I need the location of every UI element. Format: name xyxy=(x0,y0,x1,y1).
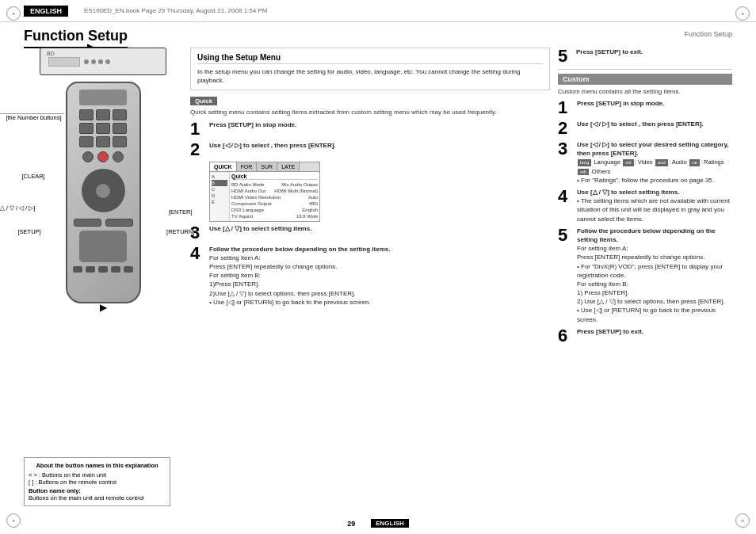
quick-step1: 1 Press [SETUP] in stop mode. xyxy=(190,120,550,138)
file-info: ES160ED_EN.book Page 29 Thursday, August… xyxy=(84,7,732,14)
remote-body xyxy=(66,82,141,303)
screenshot-main: Quick BD Audio ModeMix Audio Output HDMI… xyxy=(230,172,319,221)
middle-panel: Using the Setup Menu In the setup menu y… xyxy=(190,48,550,506)
quick-step5-content: Press [SETUP] to exit. xyxy=(576,48,732,56)
others-badge: oth xyxy=(578,169,589,175)
quick-description: Quick setting menu contains setting item… xyxy=(190,108,550,116)
screenshot-main-title: Quick xyxy=(231,174,318,180)
clear-button-row xyxy=(67,151,139,162)
page-title-right: Function Setup xyxy=(684,30,732,38)
info-box: About the button names in this explanati… xyxy=(24,457,170,506)
quick-step1-content: Press [SETUP] in stop mode. xyxy=(209,120,550,129)
custom-section: Custom Custom menu contains all the sett… xyxy=(558,74,732,348)
remote-dpad-center xyxy=(96,184,110,198)
screenshot-content: A B C D E Quick BD Audio ModeMix Audio O… xyxy=(210,172,319,221)
info-box-line2: [ ] : Buttons on the remote control xyxy=(29,479,166,486)
quick-badge: Quick xyxy=(190,97,217,105)
audio-badge: aud xyxy=(655,159,668,166)
screenshot-tabs: QUICK FOR SUR LATE xyxy=(210,162,319,172)
sidebar-item-a: A xyxy=(212,174,227,180)
left-panel: ▶ BD [the Number buttons] [CLEAR] [△ / ▽… xyxy=(24,48,182,506)
custom-step6: 6 Press [SETUP] to exit. xyxy=(558,327,732,345)
quick-section: Quick Quick setting menu contains settin… xyxy=(190,97,550,310)
english-bottom-badge: ENGLISH xyxy=(371,519,409,528)
setup-menu-box: Using the Setup Menu In the setup menu y… xyxy=(190,48,550,90)
remote-misc-buttons xyxy=(67,219,139,227)
sidebar-item-c: C xyxy=(212,186,227,193)
custom-step4-content: Use [△ / ▽] to select setting items. • T… xyxy=(577,188,732,223)
right-panel: 5 Press [SETUP] to exit. Custom Custom m… xyxy=(558,48,732,506)
quick-step4-num: 4 xyxy=(190,245,204,262)
video-badge: vid xyxy=(623,159,634,166)
category-row: lang Language vid: Video aud: Audio rat:… xyxy=(577,158,732,166)
quick-step5: 5 Press [SETUP] to exit. xyxy=(558,48,732,70)
page-title-area: Function Setup xyxy=(24,28,128,48)
custom-step4: 4 Use [△ / ▽] to select setting items. •… xyxy=(558,188,732,223)
enter-label: [ENTER] xyxy=(169,208,193,216)
custom-step1: 1 Press [SETUP] in stop mode. xyxy=(558,99,732,116)
custom-step5-num: 5 xyxy=(558,227,572,244)
screenshot-tab-quick: QUICK xyxy=(210,162,237,171)
main-content: ▶ BD [the Number buttons] [CLEAR] [△ / ▽… xyxy=(24,48,732,506)
info-box-subtitle: Button name only: xyxy=(29,487,166,494)
number-buttons-label: [the Number buttons] xyxy=(0,113,64,121)
custom-step3: 3 Use [◁ / ▷] to select your desired set… xyxy=(558,140,732,185)
custom-step3-content: Use [◁ / ▷] to select your desired setti… xyxy=(577,140,732,185)
screenshot-tab-for: FOR xyxy=(237,162,258,171)
remote-display xyxy=(79,90,127,105)
screenshot-row-3: HDMI Video ResolutionAuto xyxy=(231,194,318,200)
page-title: Function Setup xyxy=(24,28,128,48)
custom-badge: Custom xyxy=(558,74,732,85)
info-box-line3: Buttons on the main unit and remote cont… xyxy=(29,494,166,502)
screenshot-tab-late: LATE xyxy=(277,162,300,171)
custom-step4-num: 4 xyxy=(558,188,572,205)
custom-step2-content: Use [◁ / ▷] to select , then press [ENTE… xyxy=(577,120,732,128)
lang-badge: lang xyxy=(578,159,591,166)
english-badge: ENGLISH xyxy=(24,6,68,17)
info-box-title: About the button names in this explanati… xyxy=(29,462,166,469)
remote-dpad xyxy=(82,169,125,212)
info-box-line1: < > : Buttons on the main unit xyxy=(29,471,166,479)
device-screen xyxy=(48,57,80,67)
setup-label: [SETUP] xyxy=(18,228,41,235)
remote-disc-area xyxy=(79,231,127,262)
screenshot-box: QUICK FOR SUR LATE A B C D E Quick xyxy=(209,162,320,222)
page-footer: 29 ENGLISH xyxy=(0,519,756,528)
sidebar-item-b: B xyxy=(212,180,227,186)
device-label: BD xyxy=(47,51,55,56)
screenshot-row-6: TV Aspect16:9 Wide xyxy=(231,213,318,219)
custom-step6-content: Press [SETUP] to exit. xyxy=(577,327,732,336)
clear-label: [CLEAR] xyxy=(22,173,45,180)
ratings-badge: rat xyxy=(689,159,700,166)
quick-step5-num: 5 xyxy=(558,48,572,65)
page-number: 29 xyxy=(347,520,355,528)
custom-step2-num: 2 xyxy=(558,120,572,137)
device-buttons xyxy=(84,59,110,64)
quick-step4: 4 Follow the procedure below depending o… xyxy=(190,245,550,307)
custom-step1-content: Press [SETUP] in stop mode. xyxy=(577,99,732,108)
screenshot-sidebar: A B C D E xyxy=(210,172,230,221)
setup-menu-text: In the setup menu you can change the set… xyxy=(197,67,543,85)
top-bar: ENGLISH ES160ED_EN.book Page 29 Thursday… xyxy=(0,0,756,22)
sidebar-item-e: E xyxy=(212,199,227,205)
quick-step3-content: Use [△ / ▽] to select setting items. xyxy=(209,224,550,233)
quick-step2-content: Use [◁ / ▷] to select , then press [ENTE… xyxy=(209,141,550,150)
quick-step3: 3 Use [△ / ▽] to select setting items. xyxy=(190,224,550,242)
quick-step2-num: 2 xyxy=(190,141,204,158)
sidebar-item-d: D xyxy=(212,193,227,199)
arrow-bottom-icon: ▶ xyxy=(100,302,107,313)
custom-step5-content: Follow the procedure below depending on … xyxy=(577,227,732,324)
screenshot-row-5: DSD LanguageEnglish xyxy=(231,207,318,213)
screenshot-row-1: BD Audio ModeMix Audio Output xyxy=(231,181,318,188)
quick-header: Quick xyxy=(190,97,550,105)
remote-bottom-buttons xyxy=(67,266,139,273)
quick-step1-num: 1 xyxy=(190,120,204,138)
screenshot-row-4: Component Output480i xyxy=(231,200,318,207)
setup-menu-title: Using the Setup Menu xyxy=(197,53,543,64)
custom-step1-num: 1 xyxy=(558,99,572,116)
return-label: [RETURN] xyxy=(166,228,194,235)
custom-description: Custom menu contains all the setting ite… xyxy=(558,88,732,95)
dpad-label: [△ / ▽ / ◁ / ▷] xyxy=(0,204,35,212)
custom-step2: 2 Use [◁ / ▷] to select , then press [EN… xyxy=(558,120,732,137)
device-illustration: BD xyxy=(40,48,166,75)
